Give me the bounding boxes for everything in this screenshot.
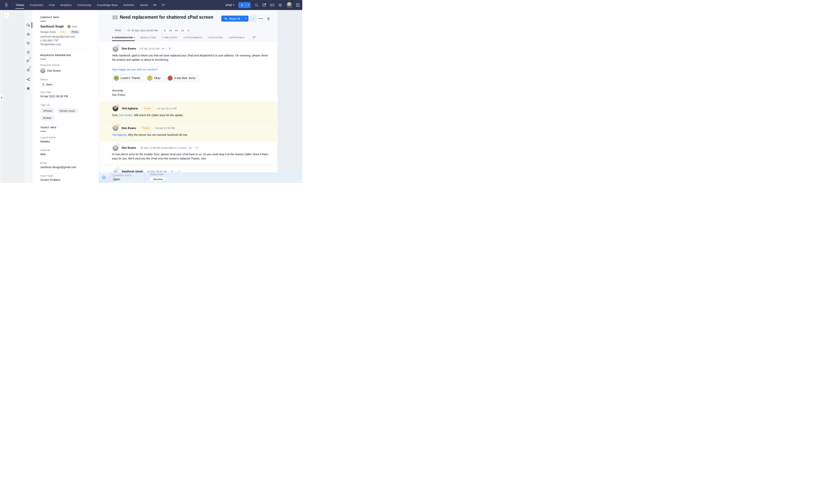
tag-screen-issue[interactable]: Screen Issue	[57, 108, 78, 114]
mention-link[interactable]: Don Evans.	[119, 114, 133, 117]
company-name[interactable]: Design Indus	[40, 30, 56, 33]
zoho-desk-logo-icon[interactable]	[3, 2, 9, 8]
add-icon[interactable]	[238, 2, 246, 8]
nav-item-chat[interactable]: Chat	[49, 0, 55, 10]
panel-resize-handle[interactable]	[0, 94, 3, 101]
tab-approvals[interactable]: 2 APPROVALS	[229, 34, 244, 41]
apps-grid-icon[interactable]	[296, 3, 300, 7]
expand-message-icon[interactable]	[168, 47, 171, 50]
owner-avatar	[40, 68, 45, 73]
chevron-divider	[144, 172, 147, 183]
nav-item-customers[interactable]: Customers	[30, 0, 43, 10]
mention-link[interactable]: Yod Agbaria,	[112, 133, 127, 136]
due-date-label: Due Date	[40, 91, 51, 94]
tab-resolution[interactable]: RESOLUTION	[141, 34, 156, 41]
survey-option-loved[interactable]: Loved it. Thanks	[112, 74, 143, 82]
contact-website[interactable]: DesignIndus.com	[40, 43, 61, 46]
status-label: Status	[40, 78, 48, 81]
nav-item-knowledge-base[interactable]: Knowledge Base	[97, 0, 118, 10]
survey-question-link[interactable]: How happy are you with our service?	[112, 68, 158, 71]
signature-line: Sincerely,	[112, 89, 268, 93]
nav-item-analytics[interactable]: Analytics	[60, 0, 72, 10]
approvals-icon[interactable]	[26, 68, 30, 72]
reply-dropdown-icon[interactable]	[243, 16, 248, 22]
time-tracker: 00 : 00 : 03	[162, 28, 191, 33]
user-avatar[interactable]	[286, 2, 292, 8]
nav-item-im[interactable]: IM	[153, 0, 156, 10]
collapse-back-button[interactable]: ‹	[4, 12, 9, 19]
widgets-atom-icon[interactable]	[26, 86, 30, 91]
nav-item-social[interactable]: Social	[140, 0, 148, 10]
agent-avatar: ↑	[113, 145, 118, 151]
contact-name[interactable]: Santhosh Singh	[40, 25, 64, 28]
nav-item-activities[interactable]: Activities	[123, 0, 134, 10]
games-icon[interactable]	[270, 3, 274, 7]
message-author[interactable]: Don Evans	[122, 127, 136, 130]
nav-divider	[12, 3, 13, 7]
message-header: Don Evans 30 Mar 12:09 AM (responded in …	[122, 146, 199, 149]
tab-activities[interactable]: 4 ACTIVITIES	[208, 34, 223, 41]
message-time: 02 Apr 03:12 PM	[157, 107, 177, 110]
status-value: Open	[46, 83, 52, 86]
search-icon[interactable]	[255, 3, 258, 7]
tab-attachments[interactable]: 3 ATTACHMENTS	[183, 34, 203, 41]
conversation-sort-icon[interactable]	[253, 36, 256, 38]
add-ticket-split-button[interactable]	[238, 2, 251, 8]
read-receipt-icon	[189, 147, 192, 149]
ticket-detail-main: Need replacement for shattered zPad scre…	[99, 10, 278, 183]
layout-name-label: Layout Name	[40, 136, 56, 139]
reply-all-button[interactable]: Reply All	[221, 17, 243, 20]
ticket-properties-icon[interactable]	[26, 23, 30, 27]
release-notes-icon[interactable]	[262, 3, 266, 7]
add-dropdown-icon[interactable]	[246, 2, 251, 8]
tags-row-2: Broken	[40, 116, 54, 121]
message-time: 02 Apr 02:00 PM	[156, 127, 175, 130]
timer-reset-icon[interactable]	[186, 28, 191, 33]
message-author[interactable]: Yod Agbaria	[122, 107, 138, 110]
comment-button[interactable]	[251, 16, 256, 21]
ticket-id-chip[interactable]: #9282	[113, 28, 123, 32]
ellipsis-icon: ●●●	[259, 18, 263, 20]
nav-more-icon[interactable]	[162, 4, 165, 6]
chevron-down-icon	[134, 37, 135, 38]
nav-item-community[interactable]: Community	[77, 0, 91, 10]
suggestions-bulb-icon[interactable]	[26, 41, 30, 45]
tab-time-entry[interactable]: 2 TIME ENTRY	[162, 34, 178, 41]
tag-broken[interactable]: Broken	[40, 116, 54, 121]
email-value: santhosh.design@gmail.com	[40, 166, 76, 169]
history-icon[interactable]	[26, 50, 30, 54]
tag-zphone[interactable]: zPhone	[40, 108, 55, 114]
flag-icon[interactable]	[26, 59, 30, 63]
status-badge[interactable]: Open	[40, 82, 55, 87]
share-icon[interactable]	[26, 77, 30, 81]
contact-email[interactable]: santhosh.design@email.com	[40, 35, 75, 38]
message-author[interactable]: Don Evans	[122, 47, 136, 50]
expand-message-icon[interactable]	[196, 146, 199, 149]
email-channel-icon	[113, 16, 118, 20]
message-body: Hi Ivan,We're sorry for the trouble! Sur…	[112, 152, 268, 160]
zia-bot-icon[interactable]	[26, 32, 30, 36]
nav-item-tickets[interactable]: Tickets	[16, 0, 24, 10]
tab-conversation[interactable]: 6 CONVERSATION	[112, 34, 135, 41]
current-state-label: CURRENT STATE	[113, 174, 132, 177]
resolve-button[interactable]: Resolve	[149, 177, 167, 182]
settings-gear-icon[interactable]	[278, 3, 282, 7]
department-selector[interactable]: zPad	[225, 3, 234, 6]
incoming-arrow-badge: ↓	[116, 168, 119, 171]
timer-pause-button[interactable]	[162, 28, 167, 33]
requests-properties-header: REQUESTS PROPERTIES	[40, 54, 71, 56]
layers-icon	[267, 17, 270, 20]
transition-label: TRANSITION	[150, 173, 164, 176]
reply-all-split-button[interactable]: Reply All	[221, 16, 248, 22]
more-actions-button[interactable]: ●●●	[258, 16, 264, 21]
survey-option-okay[interactable]: Okay	[146, 74, 164, 82]
message-author[interactable]: Don Evans	[122, 146, 136, 149]
stack-view-button[interactable]	[266, 16, 271, 21]
comment-bubble-icon	[252, 17, 255, 20]
tags-row-1: zPhone Screen Issue	[40, 108, 78, 114]
owner-row[interactable]: Don Evans	[40, 68, 61, 73]
blueprint-tile[interactable]	[99, 172, 109, 183]
contact-phone[interactable]: (+26) 669-7787	[40, 39, 59, 42]
survey-option-bad[interactable]: It was Bad. Sorry!	[166, 74, 199, 82]
reply-all-icon	[224, 17, 228, 20]
